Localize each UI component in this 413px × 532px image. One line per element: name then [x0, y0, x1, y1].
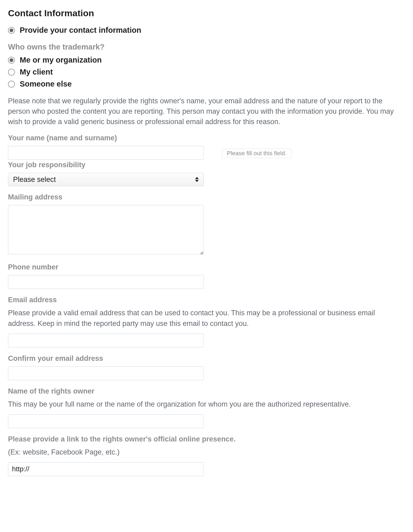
- owner-option-client[interactable]: My client: [8, 68, 405, 76]
- online-presence-input[interactable]: [8, 462, 204, 476]
- rights-owner-name-hint: This may be your full name or the name o…: [8, 399, 400, 410]
- privacy-note: Please note that we regularly provide th…: [8, 96, 400, 127]
- owner-option-me-label: Me or my organization: [20, 56, 102, 64]
- owner-option-me[interactable]: Me or my organization: [8, 56, 405, 64]
- your-name-input[interactable]: [8, 146, 204, 160]
- job-responsibility-select[interactable]: Please select: [8, 173, 204, 186]
- radio-selected-icon: [8, 27, 15, 34]
- job-responsibility-selected: Please select: [13, 175, 56, 184]
- trademark-owner-question: Who owns the trademark?: [8, 43, 405, 51]
- mailing-address-label: Mailing address: [8, 193, 405, 201]
- owner-option-client-label: My client: [20, 68, 53, 76]
- email-address-hint: Please provide a valid email address tha…: [8, 308, 400, 329]
- owner-option-else-label: Someone else: [20, 80, 72, 88]
- email-address-label: Email address: [8, 296, 405, 304]
- online-presence-hint: (Ex: website, Facebook Page, etc.): [8, 447, 400, 457]
- rights-owner-name-label: Name of the rights owner: [8, 387, 405, 395]
- email-address-input[interactable]: [8, 334, 204, 347]
- radio-unselected-icon: [8, 69, 15, 76]
- section-title: Contact Information: [8, 8, 405, 18]
- phone-number-input[interactable]: [8, 275, 204, 289]
- job-responsibility-label: Your job responsibility: [8, 161, 405, 169]
- confirm-email-label: Confirm your email address: [8, 354, 405, 363]
- rights-owner-name-input[interactable]: [8, 414, 204, 428]
- your-name-label: Your name (name and surname): [8, 134, 405, 142]
- confirm-email-input[interactable]: [8, 366, 204, 380]
- provide-contact-option[interactable]: Provide your contact information: [8, 26, 405, 35]
- mailing-address-input[interactable]: [8, 205, 204, 254]
- online-presence-label: Please provide a link to the rights owne…: [8, 435, 405, 443]
- validation-tooltip: Please fill out this field.: [222, 149, 292, 158]
- select-arrows-icon: [195, 177, 199, 182]
- radio-selected-icon: [8, 57, 15, 64]
- owner-option-else[interactable]: Someone else: [8, 80, 405, 88]
- phone-number-label: Phone number: [8, 263, 405, 271]
- radio-unselected-icon: [8, 81, 15, 88]
- provide-contact-label: Provide your contact information: [20, 26, 141, 35]
